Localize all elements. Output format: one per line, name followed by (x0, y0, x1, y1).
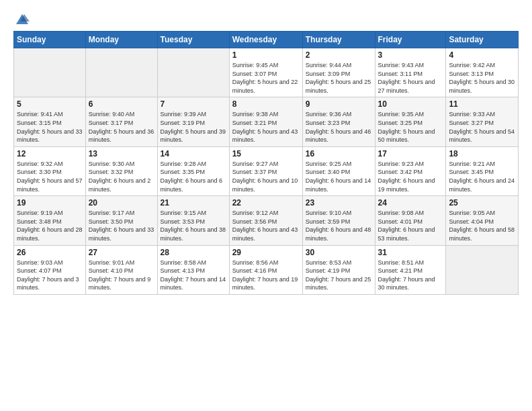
weekday-thursday: Thursday (302, 32, 375, 48)
day-number: 27 (89, 248, 154, 257)
calendar-cell: 18Sunrise: 9:21 AMSunset: 3:45 PMDayligh… (446, 146, 519, 195)
day-info: Sunrise: 9:01 AMSunset: 4:10 PMDaylight:… (89, 259, 154, 292)
calendar-cell (85, 48, 157, 97)
day-number: 14 (161, 149, 226, 158)
day-info: Sunrise: 8:58 AMSunset: 4:13 PMDaylight:… (161, 259, 226, 292)
day-number: 25 (449, 198, 515, 208)
calendar-cell: 16Sunrise: 9:25 AMSunset: 3:40 PMDayligh… (302, 146, 375, 195)
calendar-cell: 28Sunrise: 8:58 AMSunset: 4:13 PMDayligh… (157, 245, 229, 294)
calendar-cell: 30Sunrise: 8:53 AMSunset: 4:19 PMDayligh… (302, 245, 375, 294)
calendar-week-1: 1Sunrise: 9:45 AMSunset: 3:07 PMDaylight… (14, 48, 519, 97)
weekday-sunday: Sunday (14, 32, 86, 48)
day-info: Sunrise: 9:05 AMSunset: 4:04 PMDaylight:… (449, 209, 515, 242)
calendar-week-3: 12Sunrise: 9:32 AMSunset: 3:30 PMDayligh… (14, 146, 519, 195)
day-number: 7 (161, 99, 226, 109)
calendar-cell: 25Sunrise: 9:05 AMSunset: 4:04 PMDayligh… (446, 196, 519, 245)
day-number: 26 (17, 248, 83, 257)
calendar-cell: 9Sunrise: 9:36 AMSunset: 3:23 PMDaylight… (302, 97, 375, 146)
day-number: 23 (306, 198, 372, 208)
header-area (13, 12, 519, 24)
day-info: Sunrise: 9:17 AMSunset: 3:50 PMDaylight:… (89, 209, 154, 242)
weekday-tuesday: Tuesday (157, 32, 229, 48)
calendar-cell: 17Sunrise: 9:23 AMSunset: 3:42 PMDayligh… (375, 146, 446, 195)
day-info: Sunrise: 9:45 AMSunset: 3:07 PMDaylight:… (232, 61, 300, 95)
calendar-cell: 12Sunrise: 9:32 AMSunset: 3:30 PMDayligh… (14, 146, 86, 195)
calendar: SundayMondayTuesdayWednesdayThursdayFrid… (13, 31, 519, 295)
day-number: 9 (306, 99, 372, 109)
calendar-cell: 22Sunrise: 9:12 AMSunset: 3:56 PMDayligh… (229, 196, 302, 245)
calendar-cell: 11Sunrise: 9:33 AMSunset: 3:27 PMDayligh… (446, 97, 519, 146)
day-info: Sunrise: 9:41 AMSunset: 3:15 PMDaylight:… (17, 110, 83, 144)
day-number: 8 (232, 99, 300, 109)
day-info: Sunrise: 9:28 AMSunset: 3:35 PMDaylight:… (161, 160, 226, 193)
calendar-week-2: 5Sunrise: 9:41 AMSunset: 3:15 PMDaylight… (14, 97, 519, 146)
day-info: Sunrise: 9:38 AMSunset: 3:21 PMDaylight:… (232, 110, 300, 144)
day-number: 30 (306, 248, 372, 257)
calendar-cell: 15Sunrise: 9:27 AMSunset: 3:37 PMDayligh… (229, 146, 302, 195)
weekday-friday: Friday (375, 32, 446, 48)
day-info: Sunrise: 9:19 AMSunset: 3:48 PMDaylight:… (17, 209, 83, 242)
day-number: 3 (378, 50, 443, 60)
day-info: Sunrise: 9:25 AMSunset: 3:40 PMDaylight:… (306, 160, 372, 193)
day-info: Sunrise: 9:40 AMSunset: 3:17 PMDaylight:… (89, 110, 154, 144)
day-number: 12 (17, 149, 83, 158)
calendar-cell: 6Sunrise: 9:40 AMSunset: 3:17 PMDaylight… (85, 97, 157, 146)
day-info: Sunrise: 9:36 AMSunset: 3:23 PMDaylight:… (306, 110, 372, 144)
day-number: 10 (378, 99, 443, 109)
calendar-cell: 31Sunrise: 8:51 AMSunset: 4:21 PMDayligh… (375, 245, 446, 294)
weekday-saturday: Saturday (446, 32, 519, 48)
day-info: Sunrise: 9:21 AMSunset: 3:45 PMDaylight:… (449, 160, 515, 193)
calendar-cell: 14Sunrise: 9:28 AMSunset: 3:35 PMDayligh… (157, 146, 229, 195)
day-number: 17 (378, 149, 443, 158)
calendar-cell: 13Sunrise: 9:30 AMSunset: 3:32 PMDayligh… (85, 146, 157, 195)
logo-icon (15, 12, 30, 27)
calendar-cell: 5Sunrise: 9:41 AMSunset: 3:15 PMDaylight… (14, 97, 86, 146)
calendar-cell: 20Sunrise: 9:17 AMSunset: 3:50 PMDayligh… (85, 196, 157, 245)
calendar-cell: 4Sunrise: 9:42 AMSunset: 3:13 PMDaylight… (446, 48, 519, 97)
weekday-header-row: SundayMondayTuesdayWednesdayThursdayFrid… (14, 32, 519, 48)
calendar-cell: 1Sunrise: 9:45 AMSunset: 3:07 PMDaylight… (229, 48, 302, 97)
day-number: 24 (378, 198, 443, 208)
logo (13, 12, 30, 24)
day-number: 28 (161, 248, 226, 257)
calendar-cell: 3Sunrise: 9:43 AMSunset: 3:11 PMDaylight… (375, 48, 446, 97)
day-number: 22 (232, 198, 300, 208)
calendar-cell: 29Sunrise: 8:56 AMSunset: 4:16 PMDayligh… (229, 245, 302, 294)
calendar-cell (14, 48, 86, 97)
day-info: Sunrise: 9:39 AMSunset: 3:19 PMDaylight:… (161, 110, 226, 144)
calendar-cell (446, 245, 519, 294)
calendar-cell: 27Sunrise: 9:01 AMSunset: 4:10 PMDayligh… (85, 245, 157, 294)
calendar-cell (157, 48, 229, 97)
day-number: 1 (232, 50, 300, 60)
calendar-cell: 8Sunrise: 9:38 AMSunset: 3:21 PMDaylight… (229, 97, 302, 146)
day-info: Sunrise: 9:32 AMSunset: 3:30 PMDaylight:… (17, 160, 83, 193)
day-info: Sunrise: 9:10 AMSunset: 3:59 PMDaylight:… (306, 209, 372, 242)
day-number: 11 (449, 99, 515, 109)
day-info: Sunrise: 9:23 AMSunset: 3:42 PMDaylight:… (378, 160, 443, 193)
day-info: Sunrise: 9:33 AMSunset: 3:27 PMDaylight:… (449, 110, 515, 144)
day-number: 5 (17, 99, 83, 109)
calendar-cell: 24Sunrise: 9:08 AMSunset: 4:01 PMDayligh… (375, 196, 446, 245)
weekday-monday: Monday (85, 32, 157, 48)
day-info: Sunrise: 8:53 AMSunset: 4:19 PMDaylight:… (306, 259, 372, 292)
day-info: Sunrise: 8:51 AMSunset: 4:21 PMDaylight:… (378, 259, 443, 292)
day-number: 21 (161, 198, 226, 208)
day-number: 15 (232, 149, 300, 158)
day-info: Sunrise: 9:30 AMSunset: 3:32 PMDaylight:… (89, 160, 154, 193)
day-info: Sunrise: 9:43 AMSunset: 3:11 PMDaylight:… (378, 61, 443, 95)
page: SundayMondayTuesdayWednesdayThursdayFrid… (0, 0, 532, 411)
day-info: Sunrise: 9:35 AMSunset: 3:25 PMDaylight:… (378, 110, 443, 144)
calendar-cell: 19Sunrise: 9:19 AMSunset: 3:48 PMDayligh… (14, 196, 86, 245)
day-number: 16 (306, 149, 372, 158)
day-info: Sunrise: 9:15 AMSunset: 3:53 PMDaylight:… (161, 209, 226, 242)
calendar-week-5: 26Sunrise: 9:03 AMSunset: 4:07 PMDayligh… (14, 245, 519, 294)
calendar-cell: 23Sunrise: 9:10 AMSunset: 3:59 PMDayligh… (302, 196, 375, 245)
day-number: 18 (449, 149, 515, 158)
calendar-cell: 21Sunrise: 9:15 AMSunset: 3:53 PMDayligh… (157, 196, 229, 245)
day-info: Sunrise: 9:27 AMSunset: 3:37 PMDaylight:… (232, 160, 300, 193)
day-number: 20 (89, 198, 154, 208)
day-info: Sunrise: 9:42 AMSunset: 3:13 PMDaylight:… (449, 61, 515, 95)
weekday-wednesday: Wednesday (229, 32, 302, 48)
day-number: 19 (17, 198, 83, 208)
calendar-cell: 7Sunrise: 9:39 AMSunset: 3:19 PMDaylight… (157, 97, 229, 146)
